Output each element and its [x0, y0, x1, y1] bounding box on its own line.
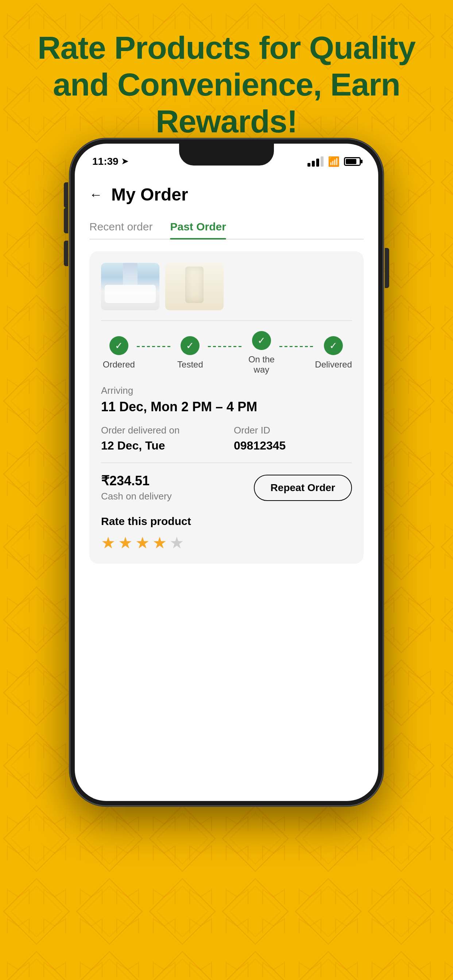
product-image-2 [165, 263, 223, 310]
rating-label: Rate this product [101, 515, 352, 528]
order-delivered-label: Order delivered on [101, 425, 219, 436]
phone-notch [179, 144, 274, 165]
step-label-tested: Tested [177, 360, 203, 370]
progress-line-3 [279, 346, 315, 347]
arriving-time: 11 Dec, Mon 2 PM – 4 PM [101, 399, 352, 415]
step-label-on-way: On the way [244, 355, 279, 375]
price-block: ₹234.51 Cash on delivery [101, 473, 172, 502]
payment-method: Cash on delivery [101, 491, 172, 502]
order-card: ✓ Ordered ✓ Tested ✓ On the way [89, 251, 364, 564]
hero-section: Rate Products for Quality and Convenienc… [0, 29, 453, 140]
repeat-order-button[interactable]: Repeat Order [254, 475, 352, 501]
product-image-1 [101, 263, 160, 310]
progress-tracker: ✓ Ordered ✓ Tested ✓ On the way [101, 331, 352, 375]
battery-icon [344, 157, 361, 166]
order-delivered-block: Order delivered on 12 Dec, Tue [101, 425, 219, 452]
step-ordered: ✓ Ordered [101, 336, 137, 370]
phone-mockup: 11:39 ➤ 📶 [70, 138, 383, 806]
star-2[interactable]: ★ [118, 533, 132, 552]
location-icon: ➤ [121, 157, 128, 166]
step-tested: ✓ Tested [172, 336, 208, 370]
step-on-way: ✓ On the way [244, 331, 279, 375]
order-id-label: Order ID [234, 425, 352, 436]
step-circle-on-way: ✓ [252, 331, 271, 350]
status-time: 11:39 [92, 156, 118, 167]
tab-past-order[interactable]: Past Order [170, 215, 226, 239]
arriving-label: Arriving [101, 385, 352, 396]
wifi-icon: 📶 [328, 156, 340, 167]
back-button[interactable]: ← [89, 187, 102, 202]
star-3[interactable]: ★ [135, 533, 150, 552]
status-time-container: 11:39 ➤ [92, 156, 128, 167]
order-id-block: Order ID 09812345 [234, 425, 352, 452]
star-4[interactable]: ★ [152, 533, 167, 552]
price-repeat-row: ₹234.51 Cash on delivery Repeat Order [101, 473, 352, 502]
step-label-ordered: Ordered [103, 360, 135, 370]
rating-section: Rate this product ★ ★ ★ ★ ★ [101, 512, 352, 552]
tabs-container: Recent order Past Order [89, 215, 364, 240]
status-icons: 📶 [308, 156, 361, 167]
hero-title: Rate Products for Quality and Convenienc… [29, 29, 424, 140]
price-amount: ₹234.51 [101, 473, 172, 488]
page-title: My Order [111, 185, 188, 205]
page-header: ← My Order [89, 173, 364, 215]
progress-line-1 [137, 346, 172, 347]
phone-screen: 11:39 ➤ 📶 [75, 144, 378, 801]
star-5[interactable]: ★ [170, 533, 184, 552]
step-circle-ordered: ✓ [109, 336, 128, 355]
stars-container: ★ ★ ★ ★ ★ [101, 533, 352, 552]
step-delivered: ✓ Delivered [315, 336, 352, 370]
phone-frame: 11:39 ➤ 📶 [70, 138, 383, 806]
product-images [101, 263, 352, 321]
tab-recent-order[interactable]: Recent order [89, 215, 152, 239]
signal-icon [308, 156, 324, 167]
order-id-value: 09812345 [234, 439, 352, 452]
step-circle-delivered: ✓ [324, 336, 343, 355]
step-label-delivered: Delivered [315, 360, 352, 370]
progress-line-2 [208, 346, 244, 347]
order-delivered-value: 12 Dec, Tue [101, 439, 219, 452]
screen-content: ← My Order Recent order Past Order [75, 173, 378, 801]
step-circle-tested: ✓ [180, 336, 199, 355]
order-details-row: Order delivered on 12 Dec, Tue Order ID … [101, 425, 352, 463]
arriving-section: Arriving 11 Dec, Mon 2 PM – 4 PM [101, 385, 352, 415]
star-1[interactable]: ★ [101, 533, 115, 552]
